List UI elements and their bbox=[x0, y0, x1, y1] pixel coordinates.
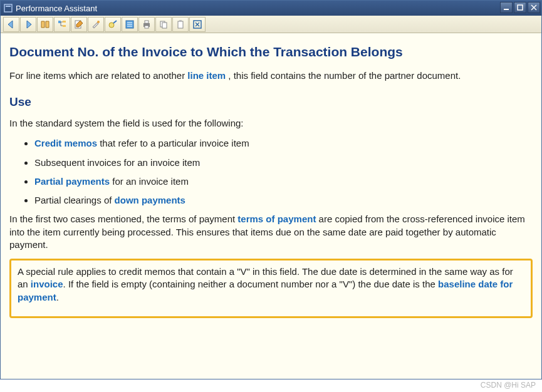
brush-button[interactable] bbox=[88, 17, 104, 32]
window-title: Performance Assistant bbox=[16, 4, 97, 13]
svg-rect-1 bbox=[6, 6, 11, 7]
svg-rect-3 bbox=[518, 5, 523, 10]
use-heading: Use bbox=[9, 94, 533, 110]
svg-rect-10 bbox=[63, 25, 66, 27]
list-button[interactable] bbox=[122, 17, 138, 32]
box-t2: . If the field is empty (containing neit… bbox=[63, 279, 438, 289]
window-controls bbox=[500, 2, 540, 13]
svg-rect-0 bbox=[4, 4, 12, 12]
svg-rect-23 bbox=[178, 21, 183, 28]
p2-before: In the first two cases mentioned, the te… bbox=[9, 214, 237, 224]
svg-marker-6 bbox=[8, 21, 13, 28]
close-box-button[interactable] bbox=[189, 17, 206, 32]
list-item: Subsequent invoices for an invoice item bbox=[34, 157, 533, 169]
page-title: Document No. of the Invoice to Which the… bbox=[9, 43, 533, 61]
svg-point-12 bbox=[97, 21, 100, 23]
b1-after: that refer to a particular invoice item bbox=[97, 138, 249, 148]
b3-after: for an invoice item bbox=[110, 176, 189, 187]
watermark: CSDN @Hi SAP bbox=[481, 381, 536, 389]
tree-button[interactable] bbox=[54, 17, 70, 32]
clipboard-button[interactable] bbox=[172, 17, 189, 32]
back-button[interactable] bbox=[3, 17, 19, 32]
help-window: Performance Assistant bbox=[0, 0, 542, 379]
b2-text: Subsequent invoices for an invoice item bbox=[34, 157, 200, 168]
print-button[interactable] bbox=[138, 17, 155, 32]
intro-text-1: For line items which are related to anot… bbox=[9, 70, 187, 81]
toolbar bbox=[1, 16, 541, 33]
forward-button[interactable] bbox=[20, 17, 36, 32]
help-content: Document No. of the Invoice to Which the… bbox=[1, 33, 541, 379]
edit-button[interactable] bbox=[71, 17, 87, 32]
use-list: Credit memos that refer to a particular … bbox=[9, 137, 533, 207]
link-terms-of-payment[interactable]: terms of payment bbox=[237, 214, 316, 224]
list-item: Partial payments for an invoice item bbox=[34, 175, 533, 188]
svg-rect-9 bbox=[63, 21, 66, 23]
svg-rect-24 bbox=[179, 20, 182, 22]
link-line-item[interactable]: line item bbox=[187, 70, 226, 81]
link-down-payments[interactable]: down payments bbox=[115, 195, 185, 205]
maximize-button[interactable] bbox=[514, 2, 526, 13]
help-button[interactable] bbox=[105, 17, 121, 32]
svg-point-13 bbox=[109, 23, 114, 28]
minimize-button[interactable] bbox=[500, 2, 513, 13]
book-button[interactable] bbox=[37, 17, 53, 32]
copy-button[interactable] bbox=[155, 17, 172, 32]
app-icon bbox=[3, 3, 13, 13]
intro-paragraph: For line items which are related to anot… bbox=[9, 70, 533, 82]
svg-marker-7 bbox=[27, 21, 31, 28]
svg-rect-20 bbox=[145, 26, 149, 28]
close-button[interactable] bbox=[528, 2, 540, 13]
list-item: Partial clearings of down payments bbox=[34, 194, 533, 207]
para-terms: In the first two cases mentioned, the te… bbox=[9, 213, 533, 251]
intro-text-2: , this field contains the number of the … bbox=[226, 70, 461, 81]
titlebar: Performance Assistant bbox=[1, 1, 541, 16]
use-intro: In the standard system the field is used… bbox=[9, 117, 533, 130]
link-partial-payments[interactable]: Partial payments bbox=[34, 176, 110, 187]
link-credit-memos[interactable]: Credit memos bbox=[34, 138, 97, 148]
b4-before: Partial clearings of bbox=[34, 195, 115, 205]
svg-rect-8 bbox=[58, 21, 61, 23]
box-t3: . bbox=[56, 292, 59, 302]
link-invoice[interactable]: invoice bbox=[31, 279, 63, 289]
highlight-box: A special rule applies to credit memos t… bbox=[9, 259, 533, 318]
list-item: Credit memos that refer to a particular … bbox=[34, 137, 533, 150]
svg-rect-19 bbox=[145, 21, 149, 23]
svg-rect-22 bbox=[162, 23, 167, 28]
